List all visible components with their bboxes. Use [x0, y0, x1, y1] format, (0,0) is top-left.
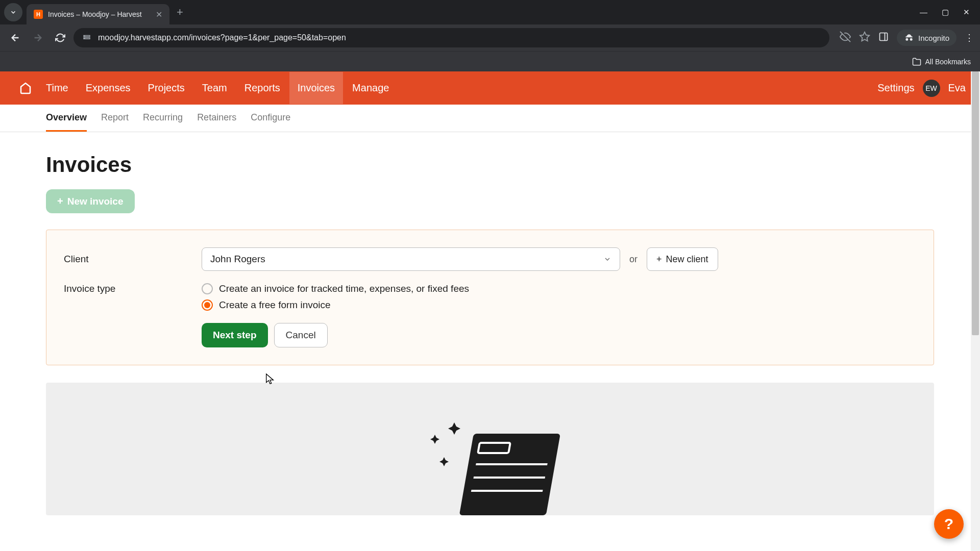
reload-button[interactable]	[51, 29, 69, 47]
star-icon[interactable]	[859, 31, 870, 45]
new-invoice-button[interactable]: + New invoice	[46, 189, 135, 213]
panel-icon[interactable]	[878, 32, 889, 44]
subnav-retainers[interactable]: Retainers	[197, 105, 236, 132]
site-info-icon[interactable]	[82, 33, 92, 43]
help-button[interactable]: ?	[934, 509, 964, 539]
scrollbar-thumb[interactable]	[972, 71, 979, 335]
svg-rect-6	[880, 33, 888, 40]
tab-favicon: H	[34, 10, 43, 19]
all-bookmarks-link[interactable]: All Bookmarks	[912, 57, 971, 66]
svg-point-3	[84, 38, 85, 39]
incognito-label: Incognito	[918, 34, 949, 42]
subnav: Overview Report Recurring Retainers Conf…	[0, 105, 980, 132]
new-tab-button[interactable]: +	[177, 6, 183, 19]
new-invoice-form: Client John Rogers or + New client Invoi…	[46, 230, 934, 365]
app-header: Time Expenses Projects Team Reports Invo…	[0, 71, 980, 105]
client-select[interactable]: John Rogers	[202, 247, 620, 271]
client-select-value: John Rogers	[210, 254, 265, 265]
plus-icon: +	[57, 195, 63, 207]
address-bar[interactable]: moodjoy.harvestapp.com/invoices?page=1&p…	[74, 28, 829, 47]
nav-invoices[interactable]: Invoices	[289, 72, 343, 104]
all-bookmarks-label: All Bookmarks	[925, 58, 971, 66]
browser-toolbar: moodjoy.harvestapp.com/invoices?page=1&p…	[0, 24, 980, 51]
browser-titlebar: H Invoices – Moodjoy – Harvest ✕ + — ▢ ✕	[0, 0, 980, 24]
scrollbar[interactable]	[971, 71, 980, 551]
nav-team[interactable]: Team	[194, 72, 235, 104]
page-body: Invoices + New invoice Client John Roger…	[0, 132, 980, 546]
back-button[interactable]	[6, 29, 24, 47]
browser-tab[interactable]: H Invoices – Moodjoy – Harvest ✕	[27, 4, 169, 24]
subnav-configure[interactable]: Configure	[251, 105, 290, 132]
invoice-illustration-icon	[419, 413, 561, 515]
nav-manage[interactable]: Manage	[344, 72, 397, 104]
or-text: or	[629, 254, 638, 265]
avatar[interactable]: EW	[923, 80, 940, 97]
tab-search-button[interactable]	[4, 3, 22, 21]
next-step-button[interactable]: Next step	[202, 323, 268, 347]
url-text: moodjoy.harvestapp.com/invoices?page=1&p…	[98, 33, 346, 42]
home-icon[interactable]	[14, 77, 37, 99]
page-title: Invoices	[46, 153, 934, 177]
nav-time[interactable]: Time	[38, 72, 77, 104]
subnav-report[interactable]: Report	[101, 105, 129, 132]
radio-freeform-label: Create a free form invoice	[219, 299, 331, 311]
invoice-type-label: Invoice type	[64, 283, 202, 294]
eye-off-icon[interactable]	[840, 31, 851, 45]
nav-reports[interactable]: Reports	[236, 72, 288, 104]
new-client-label: New client	[666, 254, 708, 265]
subnav-overview[interactable]: Overview	[46, 105, 87, 132]
tab-title: Invoices – Moodjoy – Harvest	[48, 10, 151, 18]
nav-projects[interactable]: Projects	[140, 72, 193, 104]
incognito-badge[interactable]: Incognito	[897, 30, 957, 46]
svg-point-2	[84, 36, 85, 37]
plus-icon: +	[656, 254, 662, 265]
cancel-button[interactable]: Cancel	[274, 323, 328, 347]
new-invoice-label: New invoice	[67, 196, 124, 207]
forward-button[interactable]	[29, 29, 47, 47]
chevron-down-icon	[603, 255, 611, 263]
radio-icon-selected	[202, 299, 213, 311]
radio-icon	[202, 283, 213, 294]
close-icon[interactable]: ✕	[156, 10, 162, 19]
menu-icon[interactable]: ⋮	[965, 32, 974, 43]
radio-tracked-label: Create an invoice for tracked time, expe…	[219, 283, 469, 294]
minimize-icon[interactable]: —	[920, 8, 927, 17]
user-name[interactable]: Eva	[948, 82, 966, 94]
bookmarks-bar: All Bookmarks	[0, 51, 980, 71]
radio-tracked-time[interactable]: Create an invoice for tracked time, expe…	[202, 283, 469, 294]
radio-free-form[interactable]: Create a free form invoice	[202, 299, 469, 311]
svg-marker-5	[860, 32, 869, 40]
app-content: Time Expenses Projects Team Reports Invo…	[0, 71, 980, 551]
nav-expenses[interactable]: Expenses	[78, 72, 139, 104]
close-window-icon[interactable]: ✕	[963, 8, 970, 17]
subnav-recurring[interactable]: Recurring	[143, 105, 183, 132]
empty-state-illustration	[46, 383, 934, 515]
client-label: Client	[64, 254, 202, 265]
maximize-icon[interactable]: ▢	[942, 8, 949, 17]
settings-link[interactable]: Settings	[877, 82, 914, 94]
new-client-button[interactable]: + New client	[647, 247, 718, 271]
